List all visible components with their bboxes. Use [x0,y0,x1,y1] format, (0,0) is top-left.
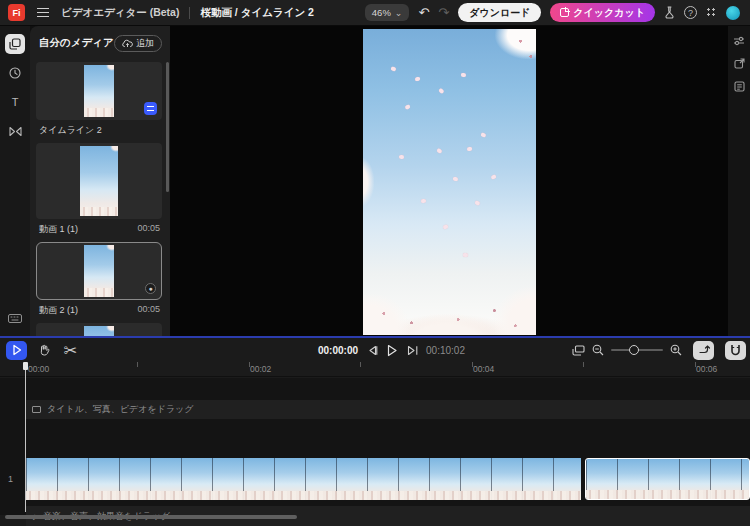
media-panel: 自分のメディア 追加 タイムライン 2 動画 1 (1) 00:05 [30,26,170,336]
video-clip-2-selected[interactable] [585,458,750,500]
media-item-video2[interactable]: ● [36,242,162,300]
add-media-button[interactable]: 追加 [114,35,162,52]
timeline-ruler[interactable]: 00:00 00:02 00:04 00:06 [0,362,750,377]
auto-ripple-toggle[interactable] [693,341,714,360]
track-number: 1 [8,474,13,484]
tab-media[interactable] [5,34,25,54]
panel-resize-divider[interactable] [0,336,750,338]
fit-timeline-icon[interactable] [572,345,585,356]
media-item-duration: 00:05 [137,304,160,317]
video-drop-placeholder[interactable]: タイトル、写真、ビデオをドラッグ [26,400,750,419]
blossom-speckles [363,29,536,335]
ruler-ticks [26,362,750,367]
zoom-level-dropdown[interactable]: 46% ⌄ [365,4,410,21]
media-item-duration: 00:05 [137,223,160,236]
media-item-partial[interactable] [36,323,162,336]
sequence-badge-icon [144,102,157,115]
ruler-label: 00:06 [696,364,717,374]
media-thumbnail [80,146,118,216]
media-item-video1[interactable] [36,143,162,219]
total-duration: 00:10:02 [426,345,465,356]
keyboard-shortcuts-icon[interactable] [5,308,25,328]
snap-magnet-toggle[interactable] [725,341,746,360]
undo-button[interactable]: ↶ [418,6,429,19]
quickcut-button[interactable]: クイックカット [550,3,655,22]
timeline-toolbar: ✂ 00:00:00 00:10:02 [0,338,750,362]
release-notes-icon[interactable] [734,81,745,92]
tab-text[interactable]: T [5,92,25,112]
user-avatar[interactable] [726,6,740,20]
adjust-settings-icon[interactable] [733,36,745,46]
menu-icon[interactable] [37,8,49,17]
quickcut-icon [560,8,569,17]
video-placeholder-label: タイトル、写真、ビデオをドラッグ [47,403,194,416]
ruler-label: 00:04 [473,364,494,374]
app-logo[interactable]: Fi [8,4,25,21]
zoom-out-icon[interactable] [592,344,604,356]
tab-stock[interactable] [5,63,25,83]
media-item-timeline2[interactable] [36,62,162,120]
zoom-in-icon[interactable] [670,344,682,356]
redo-button[interactable]: ↷ [438,6,449,19]
previous-frame-button[interactable] [366,345,378,356]
media-item-label: 動画 2 (1) [39,304,78,317]
clip-indicator-icon[interactable]: ● [145,283,156,294]
beta-lab-flask-icon[interactable] [664,6,675,19]
chevron-down-icon: ⌄ [395,11,403,15]
quickcut-label: クイックカット [573,6,645,20]
video-preview[interactable] [363,29,536,335]
timeline-tracks: タイトル、写真、ビデオをドラッグ 1 ♪ 音楽、音声、効果音をドラッグ [0,378,750,515]
tab-transitions[interactable] [5,121,25,141]
media-placeholder-icon [32,406,41,413]
timeline-horizontal-scrollbar[interactable] [5,515,297,519]
share-export-icon[interactable] [734,58,745,69]
timeline-zoom-slider[interactable] [611,349,663,351]
next-frame-button[interactable] [406,345,418,356]
media-item-label: 動画 1 (1) [39,223,78,236]
media-list-scrollbar[interactable] [166,62,169,192]
zoom-slider-knob[interactable] [629,345,639,355]
workspace: T 自分のメディア 追加 タイムライン 2 [0,26,750,336]
media-item-label: タイムライン 2 [39,124,102,137]
top-bar: Fi ビデオエディター (Beta) 桜動画 / タイムライン 2 46% ⌄ … [0,0,750,26]
left-toolbar: T [0,26,30,336]
select-tool-button[interactable] [6,341,27,360]
media-thumbnail [84,326,114,336]
play-button[interactable] [386,344,398,357]
add-media-label: 追加 [136,37,154,50]
timeline-panel: ✂ 00:00:00 00:10:02 [0,338,750,526]
video-clip-1[interactable] [26,458,581,500]
ruler-label: 00:02 [250,364,271,374]
hand-tool-button[interactable] [33,341,54,360]
current-time: 00:00:00 [318,345,358,356]
media-thumbnail [84,245,114,297]
ruler-label: 00:00 [28,364,49,374]
app-title: ビデオエディター (Beta) [61,6,179,20]
divider [189,7,190,19]
breadcrumb: 桜動画 / タイムライン 2 [200,6,314,20]
help-icon[interactable]: ? [684,6,697,19]
upload-cloud-icon [122,39,133,48]
split-scissors-button[interactable]: ✂ [60,341,81,360]
preview-area [170,26,728,336]
apps-grid-icon[interactable] [706,7,717,18]
media-panel-title: 自分のメディア [39,36,114,50]
media-thumbnail [84,65,114,117]
playhead[interactable] [25,362,26,512]
download-button[interactable]: ダウンロード [458,3,541,22]
zoom-level-value: 46% [372,7,391,18]
right-toolbar [728,26,750,336]
media-list: タイムライン 2 動画 1 (1) 00:05 ● 動画 2 (1) 00:05 [36,62,166,336]
